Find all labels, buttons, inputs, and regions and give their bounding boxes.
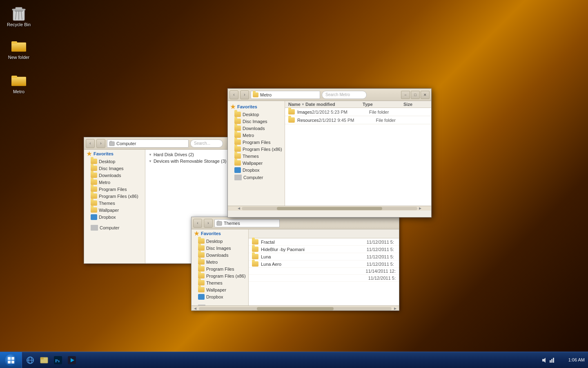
window2-address-bar[interactable]: Themes — [214, 219, 280, 227]
window2-nav-computer-label: Computer — [207, 305, 227, 305]
window3-nav-disc-label: Disc Images — [99, 166, 124, 171]
window3-favorites-header[interactable]: ★ Favorites — [84, 150, 145, 158]
w1-scrollbar-track[interactable] — [242, 207, 417, 210]
window3-back-btn[interactable]: ‹ — [86, 139, 95, 148]
w1-folder-icon — [253, 92, 258, 97]
theme-item-4[interactable]: Luna Aero 11/12/2011 5: — [249, 260, 399, 268]
window2-nav-computer[interactable]: Computer — [192, 304, 248, 305]
taskbar-media-icon[interactable] — [65, 354, 78, 367]
col-type[interactable]: Type — [363, 102, 403, 107]
window2-nav-metro-label: Metro — [206, 260, 218, 265]
svg-rect-1 — [15, 11, 23, 11]
clock-time: 1:06 AM — [568, 357, 585, 363]
window3-nav-computer[interactable]: Computer — [84, 224, 145, 231]
window3-nav-metro-label: Metro — [99, 180, 110, 185]
w2-computer-icon — [198, 305, 205, 305]
w2-metro-icon — [198, 259, 205, 265]
file-row-images[interactable]: Images 2/1/2012 5:23 PM File folder — [285, 108, 431, 116]
metro-folder-nav-icon — [91, 180, 97, 185]
window3-nav-themes[interactable]: Themes — [84, 200, 145, 206]
window3-nav-wallpaper-label: Wallpaper — [99, 208, 119, 213]
window3-nav-disc[interactable]: Disc Images — [84, 165, 145, 172]
window3-nav-progfiles86[interactable]: Program Files (x86) — [84, 193, 145, 200]
window1-nav-progfiles86-label: Program Files (x86) — [243, 147, 282, 152]
window1-nav-wallpaper[interactable]: Wallpaper — [228, 159, 285, 166]
window2-nav-progfiles-label: Program Files — [206, 267, 234, 272]
w1-desktop-icon — [234, 112, 241, 117]
window3-address-bar[interactable]: Computer — [107, 139, 189, 148]
col-date[interactable]: Date modified — [305, 102, 363, 107]
window1-search[interactable]: Search Metro — [322, 91, 367, 99]
w1-scrollbar-thumb[interactable] — [277, 207, 382, 210]
taskbar-ie-icon[interactable] — [24, 354, 37, 367]
window1-nav-dropbox-label: Dropbox — [243, 168, 260, 173]
scroll-left-arrow[interactable]: ◀ — [192, 307, 198, 310]
window3-nav-desktop[interactable]: Desktop — [84, 158, 145, 165]
window2-nav-disc-label: Disc Images — [206, 246, 231, 251]
w1-scroll-right[interactable]: ▶ — [417, 206, 423, 210]
w1-scroll-left[interactable]: ◀ — [236, 206, 242, 210]
window2-column-headers — [249, 229, 399, 238]
w2-themes-icon — [198, 280, 205, 285]
window1-maximize-btn[interactable]: □ — [411, 91, 420, 99]
window1-favorites-header[interactable]: ★ Favorites — [228, 103, 285, 111]
window3-nav-wallpaper[interactable]: Wallpaper — [84, 206, 145, 213]
window3-favorites-label: Favorites — [94, 151, 114, 156]
window2-nav-themes-label: Themes — [206, 280, 223, 285]
window3-nav-dropbox[interactable]: Dropbox — [84, 213, 145, 221]
theme-item-1[interactable]: Fractal 11/12/2011 5: — [249, 238, 399, 246]
window3-nav-progfiles[interactable]: Program Files — [84, 186, 145, 193]
star-icon: ★ — [87, 150, 92, 157]
network-icon — [549, 357, 555, 364]
theme-date-partial: 11/14/2011 12: — [249, 268, 399, 275]
system-tray — [541, 357, 555, 364]
scroll-right-arrow[interactable]: ▶ — [392, 307, 398, 310]
window1-minimize-btn[interactable]: − — [401, 91, 410, 99]
svg-rect-9 — [11, 41, 17, 44]
file-row-resources[interactable]: Resources 2/1/2012 9:45 PM File folder — [285, 116, 431, 124]
window3-forward-btn[interactable]: › — [96, 139, 105, 148]
window2-back-btn[interactable]: ‹ — [193, 219, 202, 228]
window1-address-bar[interactable]: Metro — [251, 91, 320, 99]
window2-favorites-header[interactable]: ★ Favorites — [192, 229, 248, 238]
window3-nav-metro[interactable]: Metro — [84, 179, 145, 186]
svg-rect-21 — [40, 357, 44, 359]
taskbar-explorer-icon[interactable] — [38, 354, 51, 367]
window3-search-placeholder: Search... — [194, 141, 210, 146]
taskbar-photoshop-icon[interactable]: Ps — [51, 354, 65, 367]
svg-rect-13 — [109, 141, 114, 146]
desktop-icon-metro[interactable]: Metro — [4, 70, 33, 96]
window1-scrollbar-area[interactable]: ◀ ▶ — [228, 206, 431, 211]
window1-back-btn[interactable]: ‹ — [229, 90, 238, 99]
window1-close-btn[interactable]: ✕ — [421, 91, 430, 99]
start-button[interactable] — [0, 352, 22, 368]
window2-forward-btn[interactable]: › — [204, 219, 213, 228]
window1-forward-btn[interactable]: › — [240, 90, 249, 99]
window3-search[interactable]: Search... — [190, 139, 223, 148]
window1-nav-computer[interactable]: Computer — [228, 174, 285, 181]
scrollbar-thumb[interactable] — [257, 307, 334, 310]
window1-titlebar: ‹ › Metro Search Metro − □ ✕ — [228, 89, 431, 101]
window1-search-placeholder: Search Metro — [325, 92, 350, 97]
window2-nav-wallpaper[interactable]: Wallpaper — [192, 286, 248, 293]
theme-date-partial-text-2: 11/12/2011 5: — [368, 276, 396, 280]
scrollbar-track[interactable] — [199, 307, 392, 310]
desktop-icon-new-folder[interactable]: New folder — [4, 36, 33, 61]
window3-nav-computer-label: Computer — [100, 225, 119, 230]
metro-folder-label: Metro — [13, 89, 24, 94]
window2-nav-dropbox[interactable]: Dropbox — [192, 293, 248, 301]
theme-item-2[interactable]: HideBlur -by Paomani 11/12/2011 5: — [249, 246, 399, 253]
star-icon-2: ★ — [194, 230, 199, 237]
theme-item-3[interactable]: Luna 11/12/2011 5: — [249, 253, 399, 260]
taskbar-icon-group: Ps — [22, 354, 80, 367]
col-size[interactable]: Size — [403, 102, 428, 107]
window3-nav-downloads[interactable]: Downloads — [84, 172, 145, 179]
desktop-icon-recycle-bin[interactable]: Recycle Bin — [4, 3, 33, 29]
window1-nav-metro-label: Metro — [243, 133, 254, 138]
window1-controls: − □ ✕ — [401, 91, 430, 99]
theme-date-2: 11/12/2011 5: — [367, 247, 396, 252]
window1-nav-dropbox[interactable]: Dropbox — [228, 166, 285, 174]
window1-nav-disc-label: Disc Images — [243, 119, 267, 124]
col-name[interactable]: Name ▼ — [288, 102, 305, 107]
window2-scrollbar[interactable]: ◀ ▶ — [192, 305, 399, 311]
